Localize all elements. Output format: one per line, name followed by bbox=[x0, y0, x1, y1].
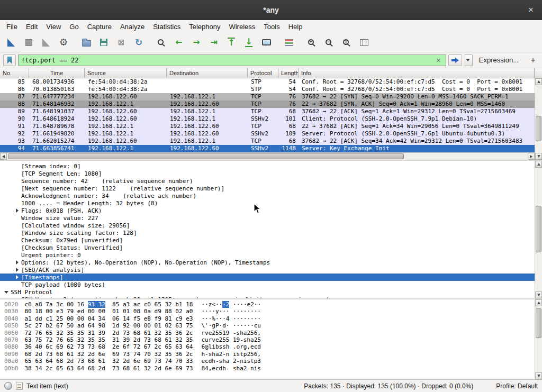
scroll-up-button[interactable] bbox=[535, 161, 542, 168]
menu-wireless[interactable]: Wireless bbox=[224, 21, 259, 32]
column-header-destination[interactable]: Destination bbox=[167, 68, 248, 78]
reload-icon[interactable]: ↻ bbox=[131, 35, 147, 50]
column-header-time[interactable]: Time bbox=[29, 68, 85, 78]
expression-button[interactable]: Expression... bbox=[475, 54, 523, 66]
detail-line[interactable]: Flags: 0x018 (PSH, ACK) bbox=[0, 207, 535, 214]
titlebar[interactable]: *any × bbox=[0, 0, 542, 20]
restart-capture-icon[interactable] bbox=[38, 35, 54, 50]
packet-row[interactable]: 9171.648789678192.168.122.1192.168.122.6… bbox=[0, 123, 535, 130]
expander-icon[interactable] bbox=[13, 208, 21, 213]
go-to-packet-icon[interactable]: ⇥ bbox=[206, 35, 222, 50]
open-file-icon[interactable] bbox=[78, 35, 94, 50]
resize-columns-icon[interactable] bbox=[356, 35, 372, 50]
filter-bookmark-button[interactable] bbox=[3, 54, 16, 66]
detail-line[interactable]: Urgent pointer: 0 bbox=[0, 251, 535, 259]
packet-row[interactable]: 8568.001734936fe:54:00:d4:38:2aSTP54Conf… bbox=[0, 78, 535, 86]
hex-row[interactable]: 008036 40 6c 69 62 73 73 68 2e 6f 72 67 … bbox=[4, 343, 535, 350]
details-vscrollbar[interactable] bbox=[535, 161, 542, 298]
packet-row[interactable]: 8871.648146932192.168.122.1192.168.122.6… bbox=[0, 101, 535, 108]
first-packet-icon[interactable]: ↑ bbox=[223, 35, 239, 50]
filter-clear-icon[interactable]: × bbox=[434, 56, 443, 64]
column-header-no[interactable]: No. bbox=[0, 68, 29, 78]
filter-add-button[interactable]: + bbox=[527, 54, 539, 66]
detail-line[interactable]: [Checksum Status: Unverified] bbox=[0, 244, 535, 251]
menu-analyze[interactable]: Analyze bbox=[116, 21, 149, 32]
column-header-source[interactable]: Source bbox=[85, 68, 167, 78]
menu-go[interactable]: Go bbox=[65, 21, 83, 32]
detail-line[interactable]: Window size value: 227 bbox=[0, 214, 535, 222]
hex-row[interactable]: 00505c 27 b2 67 50 ad 64 98 1d 92 00 00 … bbox=[4, 322, 535, 329]
filter-text[interactable]: !tcp.port == 22 bbox=[21, 57, 78, 64]
vscroll-track[interactable] bbox=[535, 306, 542, 372]
last-packet-icon[interactable]: ↓ bbox=[241, 35, 257, 50]
detail-line[interactable]: [Window size scaling factor: 128] bbox=[0, 229, 535, 236]
hex-row[interactable]: 003080 18 00 e3 79 ed 00 00 01 01 08 0a … bbox=[4, 308, 535, 315]
detail-line[interactable]: Sequence number: 42 (relative sequence n… bbox=[0, 177, 535, 185]
auto-scroll-icon[interactable] bbox=[258, 35, 274, 50]
menu-edit[interactable]: Edit bbox=[22, 21, 42, 32]
zoom-in-icon[interactable]: + bbox=[304, 35, 320, 50]
hex-row[interactable]: 0040a1 dd c1 25 00 00 04 34 06 14 f5 e8 … bbox=[4, 315, 535, 322]
packet-list-hscrollbar[interactable] bbox=[0, 152, 535, 160]
packet-row[interactable]: 8670.013850163fe:54:00:d4:38:2aSTP54Conf… bbox=[0, 86, 535, 93]
detail-line[interactable]: Checksum: 0x79ed [unverified] bbox=[0, 236, 535, 244]
expander-icon[interactable] bbox=[13, 260, 21, 265]
detail-line[interactable]: [TCP Segment Len: 1080] bbox=[0, 170, 535, 177]
detail-line[interactable]: SSH Protocol bbox=[0, 288, 535, 296]
go-forward-icon[interactable]: → bbox=[188, 35, 204, 50]
detail-line[interactable]: [Timestamps] bbox=[0, 274, 535, 281]
go-back-icon[interactable]: ← bbox=[171, 35, 187, 50]
stop-capture-icon[interactable] bbox=[21, 35, 37, 50]
packet-row[interactable]: 8971.648191037192.168.122.60192.168.122.… bbox=[0, 108, 535, 115]
bytes-vscrollbar[interactable] bbox=[535, 299, 542, 379]
scroll-down-button[interactable] bbox=[535, 153, 542, 160]
filter-apply-button[interactable] bbox=[448, 54, 462, 66]
packet-row[interactable]: 9371.662015274192.168.122.60192.168.122.… bbox=[0, 138, 535, 145]
menu-statistics[interactable]: Statistics bbox=[149, 21, 185, 32]
zoom-out-icon[interactable]: − bbox=[321, 35, 337, 50]
hex-row[interactable]: 007063 75 72 76 65 32 35 35 31 39 2d 73 … bbox=[4, 336, 535, 343]
menu-tools[interactable]: Tools bbox=[259, 21, 284, 32]
hscroll-track[interactable] bbox=[7, 153, 528, 160]
detail-line[interactable]: [Stream index: 0] bbox=[0, 162, 535, 170]
zoom-original-icon[interactable]: 1 bbox=[339, 35, 355, 50]
detail-line[interactable]: TCP payload (1080 bytes) bbox=[0, 281, 535, 288]
menu-file[interactable]: File bbox=[2, 21, 22, 32]
hex-row[interactable]: 006072 76 65 32 35 35 31 39 2d 73 68 61 … bbox=[4, 330, 535, 336]
menu-telephony[interactable]: Telephony bbox=[185, 21, 224, 32]
expander-icon[interactable] bbox=[13, 275, 21, 279]
close-file-icon[interactable]: ⊠ bbox=[113, 35, 129, 50]
vscroll-track[interactable] bbox=[535, 168, 542, 291]
save-file-icon[interactable] bbox=[96, 35, 112, 50]
hex-row[interactable]: 00b038 34 2c 65 63 64 68 2d 73 68 61 32 … bbox=[4, 365, 535, 372]
packet-list-vscrollbar[interactable] bbox=[535, 68, 542, 160]
vscroll-thumb[interactable] bbox=[536, 206, 541, 252]
column-header-length[interactable]: Length bbox=[278, 68, 299, 78]
expander-icon[interactable] bbox=[2, 291, 11, 294]
scroll-down-button[interactable] bbox=[535, 291, 542, 298]
capture-options-icon[interactable]: ⚙ bbox=[56, 35, 71, 50]
detail-line[interactable]: Options: (12 bytes), No-Operation (NOP),… bbox=[0, 259, 535, 266]
expander-icon[interactable] bbox=[13, 268, 21, 272]
hex-row[interactable]: 009068 2d 73 68 61 32 2d 6e 69 73 74 70 … bbox=[4, 351, 535, 358]
menu-view[interactable]: View bbox=[42, 21, 65, 32]
window-close-button[interactable]: × bbox=[525, 4, 537, 16]
packet-row[interactable]: 9071.648618924192.168.122.60192.168.122.… bbox=[0, 115, 535, 123]
detail-line[interactable]: [SEQ/ACK analysis] bbox=[0, 266, 535, 274]
find-packet-icon[interactable] bbox=[153, 35, 169, 50]
column-header-protocol[interactable]: Protocol bbox=[248, 68, 278, 78]
expert-info-icon[interactable] bbox=[4, 382, 12, 390]
vscroll-track[interactable] bbox=[535, 85, 542, 153]
start-capture-icon[interactable] bbox=[3, 35, 19, 50]
detail-line[interactable]: 1000 .... = Header Length: 32 bytes (8) bbox=[0, 199, 535, 207]
hex-row[interactable]: 00a065 63 64 68 2d 73 68 61 32 2d 6e 69 … bbox=[4, 358, 535, 364]
packet-row[interactable]: 9271.661949820192.168.122.1192.168.122.6… bbox=[0, 130, 535, 138]
scroll-up-button[interactable] bbox=[535, 78, 542, 85]
hscroll-thumb[interactable] bbox=[8, 153, 404, 159]
scroll-down-button[interactable] bbox=[535, 372, 542, 379]
packet-row[interactable]: 8771.647777234192.168.122.60192.168.122.… bbox=[0, 93, 535, 101]
status-profile[interactable]: Profile: Default bbox=[496, 382, 538, 390]
menu-help[interactable]: Help bbox=[284, 21, 307, 32]
vscroll-thumb[interactable] bbox=[536, 116, 541, 141]
column-header-info[interactable]: Info bbox=[299, 68, 535, 78]
